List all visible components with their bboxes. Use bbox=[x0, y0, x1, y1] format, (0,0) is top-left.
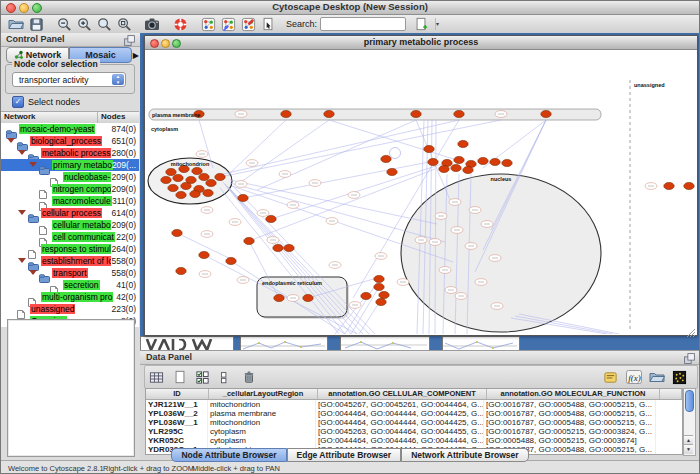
tree-row-label[interactable]: multi-organism pro bbox=[41, 292, 113, 302]
graph-node-label[interactable] bbox=[491, 303, 503, 310]
tab-overflow-arrow[interactable]: ▶ bbox=[133, 51, 139, 60]
graph-node[interactable] bbox=[381, 155, 391, 162]
graph-node-label[interactable] bbox=[309, 180, 321, 187]
graph-node-label[interactable] bbox=[489, 255, 501, 262]
close-window-icon[interactable] bbox=[150, 39, 159, 48]
disclosure-triangle-icon[interactable] bbox=[29, 162, 37, 167]
graph-node[interactable] bbox=[428, 158, 438, 165]
zoom-selected-icon[interactable] bbox=[96, 16, 112, 32]
graph-node[interactable] bbox=[374, 275, 384, 282]
load-attributes-icon[interactable] bbox=[648, 369, 665, 386]
graph-node[interactable] bbox=[181, 182, 191, 189]
select-attributes-icon[interactable] bbox=[194, 369, 211, 386]
graph-node[interactable] bbox=[411, 110, 421, 117]
label-icon[interactable] bbox=[602, 369, 619, 386]
graph-node[interactable] bbox=[176, 191, 186, 198]
tree-row[interactable]: nucleobase-209(0) bbox=[0, 171, 139, 183]
graph-node-label[interactable] bbox=[397, 279, 409, 286]
tree-row[interactable]: mosaic-demo-yeast874(0) bbox=[0, 123, 139, 135]
graph-node[interactable] bbox=[376, 298, 386, 305]
table-row[interactable]: YPL036W__2plasma membrane[GO:0044464, GO… bbox=[146, 409, 682, 418]
graph-node-label[interactable] bbox=[229, 219, 241, 226]
disclosure-triangle-icon[interactable] bbox=[29, 270, 37, 275]
tree-row-label[interactable]: unassigned bbox=[30, 304, 75, 314]
graph-node-label[interactable] bbox=[287, 295, 299, 302]
formula-icon[interactable]: f(x) bbox=[625, 369, 642, 386]
tree-row-label[interactable]: establishment of lo bbox=[41, 256, 114, 266]
graph-node[interactable] bbox=[172, 229, 182, 236]
graph-node[interactable] bbox=[238, 194, 248, 201]
graph-node[interactable] bbox=[273, 244, 283, 251]
graph-node[interactable] bbox=[215, 173, 225, 180]
close-window-icon[interactable] bbox=[6, 3, 16, 13]
graph-node-label[interactable] bbox=[469, 207, 481, 214]
graph-node-label[interactable] bbox=[235, 111, 247, 118]
background-window-fragment[interactable] bbox=[442, 336, 520, 351]
minimize-window-icon[interactable] bbox=[19, 3, 29, 13]
graph-node-label[interactable] bbox=[455, 293, 467, 300]
graph-node[interactable] bbox=[490, 158, 500, 165]
tree-row[interactable]: cellular metabo209(0) bbox=[0, 219, 139, 231]
background-window-fragment[interactable] bbox=[140, 336, 234, 351]
search-combobox[interactable]: ▾ bbox=[320, 17, 406, 31]
tab-network-attribute-browser[interactable]: Network Attribute Browser bbox=[401, 448, 528, 462]
tree-row[interactable]: response to stimulu264(0) bbox=[0, 243, 139, 255]
graph-node[interactable] bbox=[168, 184, 178, 191]
graph-node-label[interactable] bbox=[445, 287, 457, 294]
graph-node[interactable] bbox=[458, 140, 468, 147]
graph-node-label[interactable] bbox=[435, 213, 447, 220]
graph-node[interactable] bbox=[226, 257, 236, 264]
save-icon[interactable] bbox=[28, 16, 44, 32]
unselect-attributes-icon[interactable] bbox=[217, 369, 234, 386]
background-window-fragment[interactable] bbox=[340, 336, 430, 351]
column-header[interactable]: ID bbox=[146, 389, 209, 399]
annotation-icon[interactable] bbox=[260, 16, 276, 32]
graph-node-label[interactable] bbox=[279, 171, 291, 178]
graph-node-label[interactable] bbox=[415, 237, 427, 244]
graph-node-label[interactable] bbox=[257, 210, 269, 217]
resize-grip[interactable] bbox=[686, 324, 696, 334]
table-row[interactable]: YJR121W__1mitochondrion[GO:0045267, GO:0… bbox=[146, 400, 682, 409]
zoom-in-icon[interactable] bbox=[76, 16, 92, 32]
graph-node-label[interactable] bbox=[348, 192, 360, 199]
disclosure-triangle-icon[interactable] bbox=[18, 210, 26, 215]
graph-node-label[interactable] bbox=[451, 227, 463, 234]
graph-node[interactable] bbox=[502, 159, 512, 166]
tree-row[interactable]: biological_process651(0) bbox=[0, 135, 139, 147]
graph-node-label[interactable] bbox=[246, 160, 258, 167]
graph-node[interactable] bbox=[199, 173, 209, 180]
graph-node[interactable] bbox=[379, 291, 389, 298]
edit-network-2-icon[interactable] bbox=[240, 16, 256, 32]
edit-network-icon[interactable] bbox=[220, 16, 236, 32]
snapshot-icon[interactable] bbox=[144, 16, 160, 32]
graph-node-label[interactable] bbox=[375, 253, 387, 260]
network-canvas[interactable]: plasma membranecytoplasmmitochondrionnuc… bbox=[145, 50, 697, 334]
graph-node-label[interactable] bbox=[235, 181, 247, 188]
tree-header-network[interactable]: Network bbox=[0, 112, 97, 123]
graph-node-label[interactable] bbox=[196, 151, 208, 158]
graph-node-label[interactable] bbox=[201, 231, 213, 238]
graph-node-label[interactable] bbox=[199, 271, 211, 278]
graph-node[interactable] bbox=[424, 145, 434, 152]
column-header[interactable]: annotation.GO MOLECULAR_FUNCTION bbox=[487, 389, 660, 399]
new-attribute-icon[interactable] bbox=[171, 369, 188, 386]
attribute-table-icon[interactable] bbox=[148, 369, 165, 386]
graph-node[interactable] bbox=[451, 164, 461, 171]
graph-node-label[interactable] bbox=[481, 221, 493, 228]
column-header[interactable]: _cellularLayoutRegion bbox=[209, 389, 318, 399]
disclosure-triangle-icon[interactable] bbox=[7, 138, 15, 143]
graph-node[interactable] bbox=[664, 182, 674, 189]
graph-node[interactable] bbox=[284, 244, 294, 251]
graph-node[interactable] bbox=[478, 157, 488, 164]
tree-row[interactable]: nitrogen compo209(0) bbox=[0, 183, 139, 195]
graph-node-label[interactable] bbox=[439, 267, 451, 274]
graph-node[interactable] bbox=[173, 174, 183, 181]
graph-node-label[interactable] bbox=[201, 207, 213, 214]
graph-node-label[interactable] bbox=[267, 237, 279, 244]
graph-node[interactable] bbox=[454, 156, 464, 163]
disclosure-triangle-icon[interactable] bbox=[18, 150, 26, 155]
table-row[interactable]: YPL036W__1mitochondrion[GO:0044464, GO:0… bbox=[146, 418, 682, 427]
tab-edge-attribute-browser[interactable]: Edge Attribute Browser bbox=[287, 448, 402, 462]
graph-node-label[interactable] bbox=[645, 183, 657, 190]
matrix-icon[interactable] bbox=[671, 369, 688, 386]
